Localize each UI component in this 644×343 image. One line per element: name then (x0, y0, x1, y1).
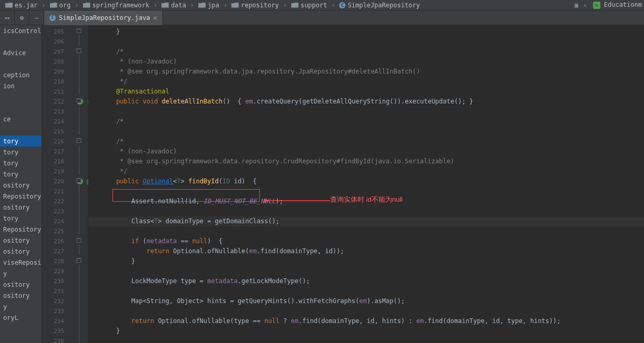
code-line[interactable]: LockModeType type = metadata.getLockMode… (88, 276, 644, 286)
code-line[interactable]: return Optional.ofNullable(em.find(domai… (88, 246, 644, 256)
sidebar-item[interactable]: viseRepository (0, 257, 42, 268)
sidebar-item[interactable]: tory (0, 136, 42, 147)
fold-handle[interactable] (69, 155, 88, 165)
code-line[interactable]: Map<String, Object> hints = getQueryHint… (88, 296, 644, 306)
edu-badge[interactable]: ✎ Educationm (593, 1, 642, 9)
fold-handle[interactable] (69, 325, 88, 335)
code-line[interactable]: * (non-Javadoc) (88, 57, 644, 67)
sidebar-item[interactable]: Repository (0, 224, 42, 235)
fold-handle[interactable] (69, 35, 88, 45)
code-line[interactable]: Assert.notNull(id, ID_MUST_NOT_BE_NULL); (88, 196, 644, 206)
fold-handle[interactable] (69, 285, 88, 295)
breadcrumb-item[interactable]: org (47, 2, 74, 9)
code-line[interactable] (88, 306, 644, 316)
fold-handle[interactable] (69, 65, 88, 75)
fold-handle[interactable] (69, 265, 88, 275)
code-line[interactable]: @Transactional (88, 87, 644, 97)
code-line[interactable] (88, 186, 644, 196)
code-line[interactable]: */ (88, 167, 644, 176)
code-line[interactable] (88, 266, 644, 276)
fold-handle[interactable] (69, 235, 88, 245)
breadcrumb-item[interactable]: jpa (195, 2, 222, 9)
code-line[interactable]: } (88, 326, 644, 336)
sidebar-item[interactable]: ion (0, 80, 42, 91)
fold-handle[interactable] (69, 195, 88, 205)
fold-handle[interactable] (69, 225, 88, 235)
fold-handle[interactable] (69, 185, 88, 195)
code-line[interactable] (88, 336, 644, 343)
sidebar-item[interactable]: ository (0, 279, 42, 290)
code-line[interactable]: * @see org.springframework.data.reposito… (88, 157, 644, 167)
fold-handle[interactable] (69, 275, 88, 285)
code-line[interactable] (88, 127, 644, 137)
code-line[interactable] (88, 206, 644, 216)
fold-handle[interactable] (69, 335, 88, 343)
collapse-icon[interactable]: ⟷ (0, 11, 15, 25)
fold-handle[interactable] (69, 255, 88, 265)
fold-handle[interactable] (69, 115, 88, 125)
fold-handle[interactable] (69, 95, 88, 105)
sidebar-item[interactable] (0, 102, 42, 113)
sidebar-item[interactable]: tory (0, 169, 42, 180)
gear-icon[interactable]: ⚙ (15, 11, 29, 25)
fold-handle[interactable] (69, 205, 88, 215)
close-icon[interactable]: × (153, 14, 157, 22)
sidebar-item[interactable]: ce (0, 113, 42, 124)
editor-tab[interactable]: C SimpleJpaRepository.java × (44, 11, 163, 25)
fold-handle[interactable] (69, 215, 88, 225)
code-line[interactable]: return Optional.ofNullable(type == null … (88, 316, 644, 326)
code-line[interactable]: /* (88, 47, 644, 57)
code-editor[interactable]: 查询实体时 id不能为null } /* * (non-Javadoc) * @… (88, 25, 644, 343)
fold-handle[interactable] (69, 305, 88, 315)
sidebar-item[interactable]: ository (0, 180, 42, 191)
project-tree[interactable]: icsControllerAdviceceptionioncetorytoryt… (0, 25, 42, 343)
fold-handle[interactable] (69, 45, 88, 55)
sidebar-item[interactable]: ository (0, 246, 42, 257)
fold-handle[interactable] (69, 125, 88, 135)
breadcrumb-item[interactable]: data (158, 2, 189, 9)
code-line[interactable]: * (non-Javadoc) (88, 147, 644, 157)
fold-handle[interactable] (69, 105, 88, 115)
minimize-icon[interactable]: — (29, 11, 44, 25)
fold-handle[interactable] (69, 145, 88, 155)
code-line[interactable]: public Optional<T> findById(ID id) { (88, 176, 644, 186)
sidebar-item[interactable]: tory (0, 147, 42, 158)
sidebar-item[interactable]: ception (0, 69, 42, 80)
sidebar-item[interactable]: ository (0, 202, 42, 213)
sidebar-item[interactable]: tory (0, 158, 42, 169)
code-line[interactable] (88, 107, 644, 117)
fold-gutter[interactable] (69, 25, 88, 343)
code-line[interactable]: } (88, 256, 644, 266)
sidebar-item[interactable]: ository (0, 290, 42, 301)
sidebar-item[interactable]: tory (0, 213, 42, 224)
back-icon[interactable]: ↖ (584, 2, 587, 9)
code-line[interactable]: */ (88, 77, 644, 87)
fold-handle[interactable] (69, 55, 88, 65)
fold-handle[interactable] (69, 75, 88, 85)
fold-handle[interactable] (69, 315, 88, 325)
sidebar-item[interactable] (0, 91, 42, 102)
sidebar-item[interactable]: y (0, 301, 42, 312)
breadcrumb-item[interactable]: springframework (80, 2, 152, 9)
fold-handle[interactable] (69, 245, 88, 255)
fold-handle[interactable] (69, 85, 88, 95)
sidebar-item[interactable]: Advice (0, 47, 42, 58)
sidebar-item[interactable]: ository (0, 235, 42, 246)
code-line[interactable] (88, 286, 644, 296)
sidebar-item[interactable]: y (0, 268, 42, 279)
sidebar-item[interactable]: Repository (0, 191, 42, 202)
breadcrumb-item[interactable]: CSimpleJpaRepository (336, 2, 423, 9)
code-line[interactable] (88, 37, 644, 47)
code-line[interactable]: if (metadata == null) { (88, 236, 644, 246)
breadcrumb-item[interactable]: es.jar (2, 2, 40, 9)
sidebar-item[interactable]: oryL (0, 312, 42, 323)
code-line[interactable]: * @see org.springframework.data.jpa.repo… (88, 67, 644, 77)
sidebar-item[interactable] (0, 124, 42, 136)
code-line[interactable]: Class<T> domainType = getDomainClass(); (88, 216, 644, 226)
sidebar-item[interactable]: icsController (0, 25, 42, 36)
fold-handle[interactable] (69, 25, 88, 35)
breadcrumb-item[interactable]: repository (228, 2, 282, 9)
fold-handle[interactable] (69, 295, 88, 305)
fold-handle[interactable] (69, 135, 88, 145)
code-line[interactable]: /* (88, 117, 644, 127)
